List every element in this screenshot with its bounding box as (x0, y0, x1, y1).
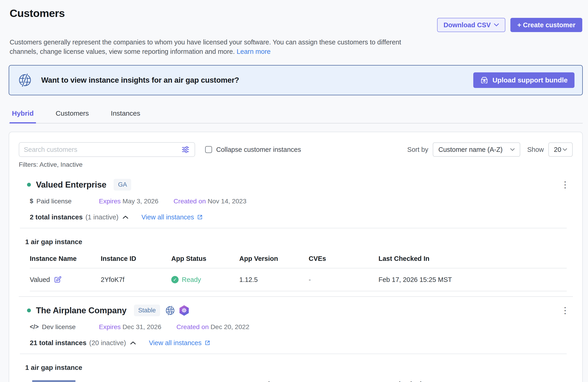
channel-badge: GA (114, 179, 131, 191)
view-all-instances-label: View all instances (141, 213, 194, 221)
created-date: Created on Nov 14, 2023 (174, 197, 246, 205)
expires-value: May 3, 2026 (121, 197, 158, 205)
expires-date: Expires May 3, 2026 (99, 197, 158, 205)
created-value: Nov 14, 2023 (206, 197, 246, 205)
external-link-icon (197, 214, 203, 220)
table-header-row: Instance Name Instance ID App Status App… (30, 255, 567, 268)
customers-panel: Collapse customer instances Sort by Cust… (9, 132, 583, 382)
instance-name: Valued (30, 276, 50, 283)
page-header: Customers Download CSV + Create customer (9, 7, 583, 32)
col-app-version: App Version (239, 381, 309, 382)
airgap-instances-heading: 1 air gap instance (25, 238, 573, 246)
banner-title: Want to view instance insights for an ai… (41, 76, 239, 85)
table-row: Valued 2YfoK7f ✓ Ready 1.12.5 - Feb 17, … (30, 268, 567, 291)
instances-total: 21 total instances (30, 339, 86, 347)
instances-inactive: (20 inactive) (89, 339, 126, 347)
view-all-instances-label: View all instances (149, 339, 202, 347)
upload-bundle-icon (480, 76, 488, 84)
collapse-caret-icon[interactable] (130, 341, 136, 345)
col-app-version: App Version (239, 255, 309, 262)
license-type-label: Dev license (42, 323, 76, 331)
paid-license-icon: $ (30, 198, 33, 205)
channel-badge: Stable (134, 305, 160, 316)
tab-bar: Hybrid Customers Instances (9, 106, 583, 124)
horizontal-scrollbar-thumb[interactable] (32, 380, 76, 382)
kubernetes-icon: ☸ (179, 305, 189, 316)
chevron-down-icon (563, 148, 567, 151)
cves-value: - (309, 276, 378, 283)
instance-id: 2YfoK7f (101, 276, 171, 283)
dev-license-icon: </> (30, 323, 39, 330)
divider (20, 228, 567, 228)
create-customer-label: + Create customer (517, 21, 575, 29)
customer-separator (19, 296, 573, 297)
search-box[interactable] (19, 142, 195, 157)
customer-menu-kebab-icon[interactable]: ⋮ (561, 180, 569, 189)
col-instance-id: Instance ID (101, 381, 171, 382)
page-title: Customers (10, 7, 65, 20)
created-label: Created on (174, 197, 206, 205)
airgap-banner: Want to view instance insights for an ai… (9, 65, 583, 95)
airgap-instances-heading: 1 air gap instance (25, 364, 573, 371)
upload-support-bundle-label: Upload support bundle (493, 76, 568, 84)
active-status-dot (27, 308, 31, 312)
instances-total: 2 total instances (30, 213, 83, 221)
expires-label: Expires (99, 323, 121, 330)
customer-name[interactable]: The Airplane Company (36, 306, 127, 315)
search-input[interactable] (24, 146, 181, 153)
customer-card-airplane-company: ⋮ The Airplane Company Stable (19, 305, 573, 382)
app-status-label: Ready (182, 276, 201, 283)
collapse-instances-checkbox[interactable] (205, 146, 212, 153)
tab-instances[interactable]: Instances (108, 106, 142, 124)
learn-more-link[interactable]: Learn more (236, 48, 271, 55)
created-date: Created on Dec 20, 2022 (177, 323, 249, 331)
chevron-down-icon (510, 148, 515, 151)
show-count-value: 20 (554, 146, 561, 153)
col-app-status: App Status (171, 255, 239, 262)
instances-inactive: (1 inactive) (85, 213, 118, 221)
col-cves: CVEs (309, 381, 378, 382)
airgap-instances-table: Instance Name Instance ID App Status App… (30, 381, 567, 382)
upload-support-bundle-button[interactable]: Upload support bundle (473, 72, 574, 88)
filter-sliders-icon[interactable] (181, 145, 190, 154)
create-customer-button[interactable]: + Create customer (510, 18, 582, 32)
collapse-caret-icon[interactable] (123, 215, 128, 219)
tab-hybrid[interactable]: Hybrid (10, 106, 36, 124)
sort-by-value: Customer name (A-Z) (438, 146, 502, 153)
customer-menu-kebab-icon[interactable]: ⋮ (561, 306, 569, 315)
edit-instance-name-icon[interactable] (54, 276, 61, 283)
toolbar: Collapse customer instances Sort by Cust… (19, 142, 573, 157)
chevron-down-icon (494, 23, 499, 27)
app-status: ✓ Ready (171, 276, 239, 283)
active-filters-text: Filters: Active, Inactive (19, 161, 573, 168)
license-type: </> Dev license (30, 323, 99, 331)
external-link-icon (204, 340, 211, 346)
show-label: Show (527, 146, 544, 153)
airgap-globe-icon (18, 73, 32, 87)
download-csv-label: Download CSV (443, 21, 491, 29)
expires-value: Dec 31, 2026 (121, 323, 161, 330)
download-csv-button[interactable]: Download CSV (437, 18, 505, 32)
view-all-instances-link[interactable]: View all instances (149, 339, 211, 347)
col-app-status: App Status (171, 381, 239, 382)
col-instance-id: Instance ID (101, 255, 171, 262)
customer-card-valued-enterprise: ⋮ Valued Enterprise GA $ Paid license Ex… (19, 179, 573, 297)
expires-label: Expires (99, 197, 121, 205)
customer-name[interactable]: Valued Enterprise (36, 180, 106, 190)
page-description: Customers generally represent the compan… (9, 38, 414, 56)
sort-by-select[interactable]: Customer name (A-Z) (433, 143, 520, 157)
sort-by-label: Sort by (407, 146, 428, 153)
ready-check-icon: ✓ (171, 276, 179, 283)
show-count-select[interactable]: 20 (548, 143, 573, 157)
expires-date: Expires Dec 31, 2026 (99, 323, 161, 331)
license-type-label: Paid license (36, 197, 72, 205)
view-all-instances-link[interactable]: View all instances (141, 213, 203, 221)
col-last-checked-in: Last Checked In (378, 255, 567, 262)
created-value: Dec 20, 2022 (209, 323, 249, 330)
app-version: 1.12.5 (239, 276, 309, 283)
collapse-instances-label: Collapse customer instances (216, 146, 301, 153)
tab-customers[interactable]: Customers (53, 106, 91, 124)
col-instance-name: Instance Name (30, 255, 101, 262)
active-status-dot (27, 183, 31, 187)
table-header-row: Instance Name Instance ID App Status App… (30, 381, 567, 382)
